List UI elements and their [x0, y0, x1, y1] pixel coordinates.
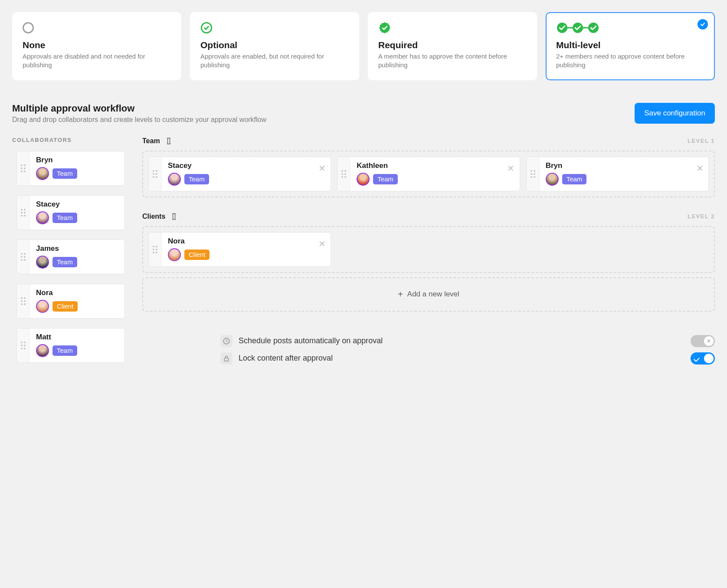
option-required[interactable]: Required A member has to approve the con…	[368, 12, 537, 80]
option-desc: Approvals are enabled, but not required …	[200, 52, 349, 70]
role-tag: Client	[184, 250, 210, 260]
avatar	[36, 211, 49, 224]
selected-check-icon	[698, 19, 708, 30]
collaborators-heading: COLLABORATORS	[12, 137, 125, 143]
remove-button[interactable]: ✕	[502, 157, 520, 191]
multi-check-chain-icon	[556, 22, 704, 34]
level-drop-zone[interactable]: NoraClient✕	[142, 226, 715, 273]
person-body: MattTeam	[30, 328, 124, 362]
add-level-button[interactable]: + Add a new level	[142, 277, 715, 312]
workflow-main: COLLABORATORS BrynTeamStaceyTeamJamesTea…	[12, 137, 715, 367]
remove-button[interactable]: ✕	[691, 157, 708, 191]
svg-point-4	[573, 23, 583, 33]
avatar	[357, 173, 370, 186]
section-subtitle: Drag and drop collaborators and create l…	[12, 116, 266, 124]
avatar	[168, 248, 181, 261]
setting-lock-row: Lock content after approval	[142, 350, 715, 367]
drag-handle-icon[interactable]	[17, 328, 30, 362]
approval-mode-options: None Approvals are disabled and not need…	[12, 12, 715, 80]
person-body: StaceyTeam	[30, 196, 124, 230]
person-body: KathleenTeam	[350, 157, 502, 191]
level-label: LEVEL 2	[688, 213, 715, 220]
person-card[interactable]: StaceyTeam	[16, 195, 125, 230]
collaborators-list: BrynTeamStaceyTeamJamesTeamNoraClientMat…	[16, 151, 125, 363]
role-tag: Team	[562, 174, 587, 184]
person-card[interactable]: NoraClient✕	[148, 232, 331, 267]
toggle-schedule[interactable]: ✕	[691, 335, 715, 347]
drag-handle-icon[interactable]	[17, 196, 30, 230]
person-body: StaceyTeam	[162, 157, 313, 191]
avatar	[36, 300, 49, 313]
lock-icon	[220, 352, 233, 365]
close-icon: ✕	[704, 336, 714, 346]
rename-icon[interactable]	[164, 137, 173, 145]
rename-icon[interactable]	[170, 212, 178, 221]
workflow-section-header: Multiple approval workflow Drag and drop…	[12, 103, 715, 124]
avatar	[168, 173, 181, 186]
role-tag: Team	[373, 174, 398, 184]
option-title: Multi-level	[556, 40, 704, 50]
toggle-lock[interactable]	[691, 352, 715, 365]
role-tag: Team	[52, 345, 77, 356]
person-body: NoraClient	[162, 233, 313, 266]
add-level-label: Add a new level	[407, 290, 459, 299]
setting-label: Schedule posts automatically on approval	[239, 336, 383, 345]
level: ClientsLEVEL 2NoraClient✕	[142, 212, 715, 273]
drag-handle-icon[interactable]	[17, 284, 30, 318]
person-card[interactable]: BrynTeam✕	[526, 157, 709, 191]
workflow-settings: Schedule posts automatically on approval…	[142, 332, 715, 367]
drag-handle-icon[interactable]	[337, 157, 350, 191]
avatar	[36, 256, 49, 269]
drag-handle-icon[interactable]	[17, 240, 30, 274]
plus-icon: +	[398, 289, 403, 299]
role-tag: Team	[184, 174, 209, 184]
drag-handle-icon[interactable]	[17, 151, 30, 185]
person-card[interactable]: JamesTeam	[16, 240, 125, 274]
person-name: Bryn	[36, 156, 118, 164]
avatar	[546, 173, 559, 186]
role-tag: Client	[52, 301, 78, 312]
person-name: Stacey	[168, 161, 307, 170]
person-card[interactable]: StaceyTeam✕	[148, 157, 331, 191]
role-tag: Team	[52, 257, 77, 267]
option-title: Optional	[200, 40, 349, 50]
svg-point-5	[588, 23, 599, 33]
collaborators-column: COLLABORATORS BrynTeamStaceyTeamJamesTea…	[12, 137, 125, 363]
drag-handle-icon[interactable]	[149, 157, 162, 191]
person-card[interactable]: KathleenTeam✕	[337, 157, 520, 191]
option-title: None	[23, 40, 171, 50]
level: TeamLEVEL 1StaceyTeam✕KathleenTeam✕BrynT…	[142, 137, 715, 197]
levels-column: TeamLEVEL 1StaceyTeam✕KathleenTeam✕BrynT…	[142, 137, 715, 367]
remove-button[interactable]: ✕	[313, 157, 331, 191]
svg-rect-7	[173, 214, 175, 219]
level-name: Clients	[142, 213, 165, 220]
section-title: Multiple approval workflow	[12, 103, 266, 114]
remove-button[interactable]: ✕	[313, 233, 331, 266]
role-tag: Team	[52, 213, 77, 223]
drag-handle-icon[interactable]	[149, 233, 162, 266]
avatar	[36, 167, 49, 180]
save-configuration-button[interactable]: Save configuration	[635, 103, 715, 124]
person-body: BrynTeam	[540, 157, 691, 191]
person-name: Stacey	[36, 200, 118, 209]
svg-rect-9	[224, 358, 228, 361]
person-name: Nora	[36, 289, 118, 297]
person-body: NoraClient	[30, 284, 124, 318]
clock-icon	[220, 335, 233, 347]
drag-handle-icon[interactable]	[527, 157, 540, 191]
person-card[interactable]: MattTeam	[16, 328, 125, 363]
level-drop-zone[interactable]: StaceyTeam✕KathleenTeam✕BrynTeam✕	[142, 151, 715, 197]
person-card[interactable]: BrynTeam	[16, 151, 125, 186]
svg-point-3	[557, 23, 567, 33]
level-label: LEVEL 1	[688, 138, 715, 144]
option-multi[interactable]: Multi-level 2+ members need to approve c…	[546, 12, 715, 80]
toggle-knob	[704, 354, 714, 363]
option-none[interactable]: None Approvals are disabled and not need…	[12, 12, 181, 80]
option-optional[interactable]: Optional Approvals are enabled, but not …	[190, 12, 359, 80]
level-name: Team	[142, 137, 160, 145]
check-outline-icon	[200, 22, 349, 34]
setting-label: Lock content after approval	[239, 354, 333, 363]
person-card[interactable]: NoraClient	[16, 284, 125, 319]
person-name: Kathleen	[357, 161, 496, 170]
person-body: BrynTeam	[30, 151, 124, 185]
